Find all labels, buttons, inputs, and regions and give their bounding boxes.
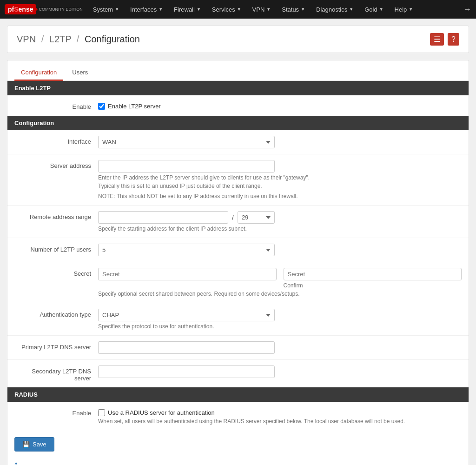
nav-system[interactable]: System ▼ [87,0,125,19]
brand-subtitle: COMMUNITY EDITION [39,7,82,12]
primary-dns-row: Primary L2TP DNS server 10.1.2.2 [7,336,469,360]
confirm-label: Confirm [284,282,462,289]
configuration-header: Configuration [7,116,469,130]
radius-body: Enable Use a RADIUS server for authentic… [7,402,469,430]
radius-enable-label: Enable [14,407,98,417]
remote-range-control: 10.1.2.200 / 29 Specify the starting add… [98,211,462,232]
server-address-hint1: Enter the IP address the L2TP server sho… [98,174,462,181]
subnet-select[interactable]: 29 [238,211,275,224]
enable-checkbox-wrap: Enable LT2P server [98,101,462,110]
help-icon-button[interactable]: ? [448,33,459,46]
brand-logo: pfSense [5,4,36,14]
secret-col-2: Confirm [284,268,462,289]
enable-row: Enable Enable LT2P server [7,95,469,116]
secret-row: Secret Confirm Specify optional secret s… [7,262,469,303]
primary-dns-input[interactable]: 10.1.2.2 [98,341,275,354]
server-address-row: Server address 10.1.2.199 Enter the IP a… [7,154,469,206]
radius-enable-row: Enable Use a RADIUS server for authentic… [7,402,469,430]
l2tp-users-label: Number of L2TP users [14,244,98,253]
breadcrumb-sep1: / [41,34,44,44]
secret-confirm-input[interactable] [284,268,462,280]
secret-hint: Specify optional secret shared between p… [98,291,462,297]
info-section: ℹ [7,458,469,465]
save-label: Save [33,441,46,448]
nav-status[interactable]: Status ▼ [276,0,311,19]
enable-l2tp-checkbox[interactable] [98,103,105,110]
interface-label: Interface [14,136,98,145]
server-address-label: Server address [14,160,98,169]
page-header: VPN / L2TP / Configuration ☰ ? [7,26,469,53]
l2tp-users-select[interactable]: 5 [98,244,275,256]
remote-range-label: Remote address range [14,211,98,220]
save-section: 💾 Save [7,430,469,458]
primary-dns-control: 10.1.2.2 [98,341,462,354]
secondary-dns-input[interactable]: 8.8.8.8 [98,365,275,378]
radius-checkbox-label: Use a RADIUS server for authentication [108,409,215,416]
enable-label: Enable [14,101,98,110]
tabs: Configuration Users [7,60,469,81]
navbar: pfSense COMMUNITY EDITION System ▼ Inter… [0,0,476,19]
tab-users[interactable]: Users [66,65,94,81]
secret-control: Confirm Specify optional secret shared b… [98,268,462,297]
brand[interactable]: pfSense COMMUNITY EDITION [5,4,83,14]
nav-items: System ▼ Interfaces ▼ Firewall ▼ Service… [87,0,463,19]
interface-select[interactable]: WAN [98,136,275,148]
radius-enable-control: Use a RADIUS server for authentication W… [98,407,462,425]
server-address-input[interactable]: 10.1.2.199 [98,160,275,173]
secret-input[interactable] [98,268,277,280]
main-content: Configuration Users Enable L2TP Enable E… [7,60,469,465]
breadcrumb-current: Configuration [85,34,140,44]
radius-enable-checkbox[interactable] [98,409,105,416]
slash-separator: / [232,214,234,221]
server-address-control: 10.1.2.199 Enter the IP address the L2TP… [98,160,462,199]
tab-configuration[interactable]: Configuration [14,65,63,81]
secret-inputs: Confirm [98,268,462,289]
table-icon-button[interactable]: ☰ [430,33,444,46]
server-address-hint2: Typically this is set to an unused IP ju… [98,183,462,189]
remote-range-row: Remote address range 10.1.2.200 / 29 Spe… [7,206,469,238]
breadcrumb-vpn[interactable]: VPN [17,34,36,44]
secondary-dns-label: Secondary L2TP DNS server [14,365,98,382]
save-button[interactable]: 💾 Save [14,437,54,452]
nav-vpn[interactable]: VPN ▼ [247,0,277,19]
enable-l2tp-body: Enable Enable LT2P server [7,95,469,116]
secret-col-1 [98,268,277,289]
enable-l2tp-header: Enable L2TP [7,81,469,95]
radius-enable-hint: When set, all users will be authenticate… [98,418,462,425]
enable-control: Enable LT2P server [98,101,462,110]
secondary-dns-control: 8.8.8.8 [98,365,462,378]
enable-checkbox-label: Enable LT2P server [108,103,161,110]
server-address-note: NOTE: This should NOT be set to any IP a… [98,193,462,199]
remote-range-hint: Specify the starting address for the cli… [98,226,462,232]
primary-dns-label: Primary L2TP DNS server [14,341,98,351]
breadcrumb-l2tp[interactable]: L2TP [49,34,71,44]
nav-interfaces[interactable]: Interfaces ▼ [125,0,168,19]
nav-help[interactable]: Help ▼ [389,0,419,19]
auth-type-hint: Specifies the protocol to use for authen… [98,323,462,330]
secret-label: Secret [14,268,98,277]
nav-gold[interactable]: Gold ▼ [359,0,389,19]
page-actions: ☰ ? [430,33,459,46]
interface-control: WAN [98,136,462,148]
info-icon[interactable]: ℹ [14,461,18,465]
secondary-dns-row: Secondary L2TP DNS server 8.8.8.8 [7,360,469,387]
interface-row: Interface WAN [7,130,469,154]
radius-header: RADIUS [7,387,469,402]
auth-type-control: CHAP Specifies the protocol to use for a… [98,309,462,330]
nav-diagnostics[interactable]: Diagnostics ▼ [311,0,359,19]
auth-type-label: Authentication type [14,309,98,318]
auth-type-select[interactable]: CHAP [98,309,275,321]
nav-firewall[interactable]: Firewall ▼ [168,0,206,19]
configuration-body: Interface WAN Server address 10.1.2.199 … [7,130,469,387]
nav-services[interactable]: Services ▼ [206,0,247,19]
auth-type-row: Authentication type CHAP Specifies the p… [7,303,469,336]
breadcrumb-sep2: / [77,34,79,44]
nav-logout[interactable]: → [463,5,471,14]
remote-range-inputs: 10.1.2.200 / 29 [98,211,462,224]
save-icon: 💾 [22,441,30,448]
breadcrumb: VPN / L2TP / Configuration [17,34,140,45]
radius-checkbox-wrap: Use a RADIUS server for authentication [98,407,462,416]
l2tp-users-row: Number of L2TP users 5 [7,238,469,262]
remote-range-input[interactable]: 10.1.2.200 [98,211,228,224]
l2tp-users-control: 5 [98,244,462,256]
